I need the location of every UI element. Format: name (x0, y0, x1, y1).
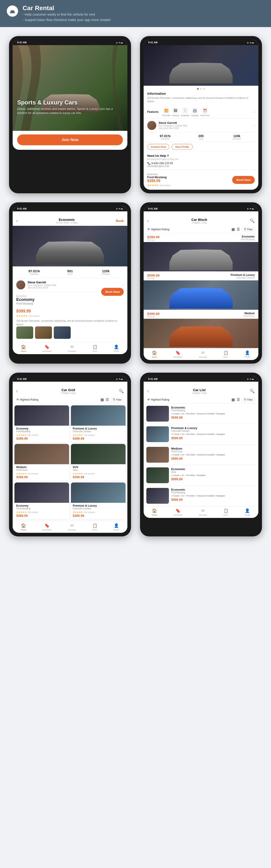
car-host-from: from Singapore, Golden Mile (28, 284, 56, 286)
header-car-icon (7, 5, 18, 17)
back-arrow-5[interactable]: ‹ (16, 389, 18, 394)
detail-title: Economic (20, 218, 114, 221)
stat-cars: 205 Cars (183, 134, 219, 140)
grid-item-img-3 (71, 444, 126, 464)
list-category-4: Economic (171, 488, 255, 491)
bookmark-icon-3: 🔖 (45, 344, 50, 349)
view-profile-button[interactable]: View Profile (172, 144, 192, 150)
back-arrow-6[interactable]: ‹ (147, 389, 149, 394)
nav-message-6[interactable]: ✉Message (199, 508, 207, 516)
join-now-button[interactable]: Join Now (17, 134, 123, 145)
grid-item-model-0: Ford Mustang (16, 430, 67, 433)
grid-item-info-3: SUV Jeep ★★★★★ 500 reviews $399.99 (71, 464, 126, 481)
grid-top-bar: ‹ Car Grid 2 Nights 1 Day 🔍 (12, 382, 127, 396)
view-grid-icon[interactable]: ▦ (232, 227, 235, 231)
nav-bookmark-5[interactable]: 🔖BookMark (43, 523, 52, 531)
grid-item-info-2: Medium Ford Focus ★★★★★ 200 reviews $399… (15, 464, 69, 481)
list-item-2[interactable]: Medium Ford Focus 5 Seats AC Pet Allow I… (144, 444, 259, 465)
grid-item-category-2: Medium (16, 466, 67, 469)
bookmark-icon-4: 🔖 (175, 350, 181, 355)
view-list-icon[interactable]: ☰ (237, 227, 240, 231)
nav-docs-3[interactable]: 📋Docs (92, 344, 97, 352)
nav-bookmark-3[interactable]: 🔖BookMark (43, 344, 52, 352)
book-now-button[interactable]: Book Now (232, 176, 255, 184)
car-thumbnails (12, 327, 127, 342)
nav-message-5[interactable]: ✉Message (68, 523, 76, 531)
block-title: Car Block (151, 218, 248, 221)
nav-docs-6[interactable]: 📋Docs (223, 508, 228, 516)
grid-title-area: Car Grid 2 Nights 1 Day (20, 388, 117, 394)
nav-profile-6[interactable]: 👤Profile (245, 508, 250, 516)
docs-icon-4: 📋 (223, 350, 228, 355)
feature-breakfast: 🍴 Breakfast (181, 107, 189, 117)
list-item-0[interactable]: Economic Ford Mustang 5 Seats AC Pet All… (144, 404, 259, 424)
block-subtitle: 2 Nights 1 Day (151, 221, 248, 224)
grid-view-grid-icon[interactable]: ▦ (101, 398, 104, 402)
back-arrow-3[interactable]: ‹ (16, 218, 18, 223)
car-host-info: Steve Garrett from Singapore, Golden Mil… (28, 281, 56, 289)
nav-bookmark-6[interactable]: 🔖BookMark (173, 508, 183, 516)
nav-docs-4[interactable]: 📋Docs (223, 350, 228, 358)
back-arrow-4[interactable]: ‹ (147, 218, 149, 223)
search-icon-5[interactable]: 🔍 (119, 389, 124, 394)
contact-host-button[interactable]: Contact Host (147, 144, 169, 150)
list-category-1: Premium & Luxury (171, 426, 255, 430)
list-subtitle: 2 Nights 4 Day (151, 392, 248, 394)
grid-item-5[interactable]: Premium & Luxury Chevrolet Camaro ★★★★★ … (71, 483, 126, 519)
stat-cars-label: Cars (183, 138, 219, 140)
grid-item-3[interactable]: SUV Jeep ★★★★★ 500 reviews $399.99 (71, 444, 126, 481)
block-filter-row: Hightest Rating ▦ ☰ Filter (144, 226, 259, 233)
list-img-3 (146, 467, 169, 483)
nav-home-6[interactable]: 🏠Home (152, 508, 157, 516)
list-model-0: Ford Mustang (171, 409, 255, 412)
nav-profile-5[interactable]: 👤Profile (114, 523, 119, 531)
block-car-3 (169, 324, 233, 347)
grid-item-price-0: $399.99 (16, 437, 67, 440)
nav-home-4[interactable]: 🏠Home (152, 350, 157, 358)
book-link-3[interactable]: Book (116, 219, 124, 223)
nav-message-3[interactable]: ✉Message (68, 344, 76, 352)
search-icon-4[interactable]: 🔍 (250, 218, 255, 223)
car-book-now-button[interactable]: Book Now (101, 288, 124, 296)
stat-followers-val: 120k (219, 134, 255, 138)
grid-item-4[interactable]: Economy Ford Mustang ★★★★★ 600 reviews $… (15, 483, 69, 519)
detail-subtitle: 24 Dec 2018 - 4 Days (20, 221, 114, 224)
nav-home-5[interactable]: 🏠Home (21, 523, 26, 531)
grid-item-category-4: Economy (16, 504, 67, 507)
grid-sort-label: Hightest Rating (16, 398, 38, 401)
grid-item-0[interactable]: Economy Ford Mustang ★★★★★ 600 reviews $… (15, 405, 69, 442)
list-item-3[interactable]: Economic Jeep 4 Seats AC Pet Allow Navig… (144, 465, 259, 486)
nav-profile-3[interactable]: 👤Profile (114, 344, 119, 352)
list-item-1[interactable]: Premium & Luxury Chevrolet Camaro 5 Seat… (144, 424, 259, 444)
search-icon-6[interactable]: 🔍 (250, 389, 255, 394)
grid-filter-btn[interactable]: Filter (111, 398, 124, 402)
freetime-icon: ⏰ (202, 107, 208, 114)
list-category-2: Medium (171, 447, 255, 450)
nav-profile-4[interactable]: 👤Profile (245, 350, 250, 358)
nav-bookmark-4[interactable]: 🔖BookMark (173, 350, 183, 358)
nav-message-4[interactable]: ✉Message (199, 350, 207, 358)
grid-item-2[interactable]: Medium Ford Focus ★★★★★ 200 reviews $399… (15, 444, 69, 481)
car-reviews: 100 reviews (28, 315, 39, 317)
dot-3 (203, 88, 205, 90)
list-top-bar: ‹ Car List 2 Nights 4 Day 🔍 (144, 382, 259, 396)
list-view-grid-icon[interactable]: ▦ (232, 398, 235, 402)
app-desc2: - Support basic flow checkout make your … (23, 17, 111, 23)
block-filter-btn[interactable]: Filter (242, 227, 255, 232)
list-price-0: $599.99 (171, 416, 255, 419)
grid-item-1[interactable]: Premium & Luxury Chevrolet Camaro ★★★★★ … (71, 405, 126, 442)
grid-item-model-4: Ford Mustang (16, 507, 67, 510)
carousel-dots (144, 86, 259, 92)
nav-home-3[interactable]: 🏠Home (21, 344, 26, 352)
nav-docs-5[interactable]: 📋Docs (92, 523, 97, 531)
host-row[interactable]: Steve Garrett from Singapore, Golden Mil… (144, 119, 259, 132)
host-name: Steve Garrett (159, 121, 187, 125)
help-section: Need Us Help ? we would be happy to help… (144, 152, 259, 170)
block-price-col-2: $599.99 Per Day (147, 273, 159, 279)
grid-item-info-0: Economy Ford Mustang ★★★★★ 600 reviews $… (15, 426, 69, 442)
grid-view-list-icon[interactable]: ☰ (106, 398, 109, 402)
list-features-2: 5 Seats AC Pet Allow Insurance Included … (171, 454, 255, 456)
list-item-4[interactable]: Economic Ford Mustang 5 Seats AC Pet All… (144, 486, 259, 506)
list-view-list-icon[interactable]: ☰ (237, 398, 240, 402)
list-filter-btn[interactable]: Filter (242, 398, 255, 402)
